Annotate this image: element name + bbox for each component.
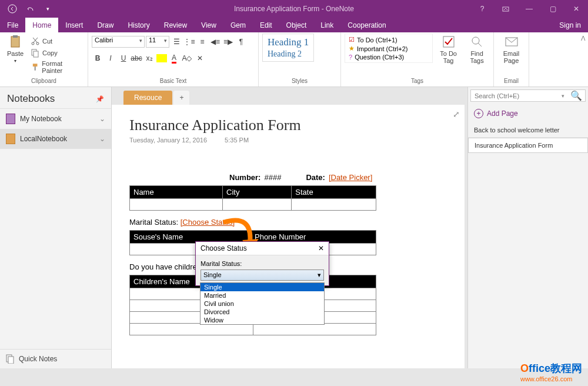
option-divorced[interactable]: Divorced (201, 308, 324, 316)
menu-draw[interactable]: Draw (90, 18, 121, 32)
collapse-ribbon-icon[interactable]: ᐱ (581, 35, 586, 42)
group-basictext-label: Basic Text (92, 76, 255, 85)
para-button[interactable]: ¶ (235, 36, 247, 48)
help-icon[interactable]: ? (470, 0, 494, 18)
styles-gallery[interactable]: Heading 1 Heading 2 (262, 34, 314, 62)
cut-button[interactable]: Cut (29, 36, 84, 46)
todo-tag-button[interactable]: To Do Tag (435, 34, 462, 65)
tag-question[interactable]: ?Question (Ctrl+3) (349, 53, 429, 61)
font-color-button[interactable]: A (168, 52, 180, 64)
menu-view[interactable]: View (194, 18, 223, 32)
notebook-icon (6, 134, 15, 144)
choose-status-dialog: Choose Status✕ Marital Status: Single▾ (195, 241, 329, 286)
quick-notes-button[interactable]: Quick Notes (0, 349, 111, 368)
svg-rect-2 (11, 36, 19, 47)
menu-review[interactable]: Review (157, 18, 194, 32)
option-civil[interactable]: Civil union (201, 300, 324, 308)
clear-format-button[interactable]: A◇ (181, 52, 193, 64)
email-page-button[interactable]: Email Page (497, 34, 525, 65)
bullets-button[interactable]: ☰ (171, 36, 182, 48)
search-icon (470, 35, 484, 49)
search-icon[interactable]: 🔍 (567, 90, 586, 101)
group-styles-label: Styles (262, 76, 337, 85)
strike-button[interactable]: abc (131, 52, 142, 64)
underline-button[interactable]: U (118, 52, 129, 64)
back-button[interactable] (5, 2, 20, 15)
notebook-item-local[interactable]: LocalNotebook⌄ (0, 129, 111, 149)
notebooks-header: Notebooks📌 (0, 87, 111, 109)
page-title[interactable]: Insurance Application Form (129, 117, 447, 134)
font-name-combo[interactable]: Calibri (92, 36, 145, 48)
notebook-sidebar: Notebooks📌 My Notebook⌄ LocalNotebook⌄ Q… (0, 87, 112, 368)
marital-status-combo[interactable]: Single▾ (201, 269, 324, 281)
svg-point-0 (8, 5, 16, 13)
highlight-button[interactable] (156, 54, 167, 62)
section-tab-resource[interactable]: Resouce (123, 91, 172, 105)
page-item-insurance[interactable]: Insurance Application Form (468, 138, 588, 153)
numbering-button[interactable]: ⋮≡ (183, 36, 195, 48)
close-button[interactable]: ✕ (564, 0, 588, 18)
chevron-down-icon[interactable]: ⌄ (99, 135, 105, 143)
font-size-combo[interactable]: 11 (146, 36, 169, 48)
copy-button[interactable]: Copy (29, 48, 84, 58)
page-canvas[interactable]: ⤢ Insurance Application Form Tuesday, Ja… (112, 105, 465, 368)
add-section-button[interactable]: + (173, 91, 189, 105)
check-icon (442, 35, 456, 49)
date-picker-link[interactable]: [Date Picker] (329, 173, 372, 182)
menu-history[interactable]: History (121, 18, 156, 32)
page-item-back[interactable]: Back to school welcome letter (468, 123, 588, 138)
envelope-icon (505, 35, 519, 49)
option-single[interactable]: Single (201, 283, 324, 291)
search-box[interactable]: ▾ 🔍 (470, 89, 586, 102)
menu-file[interactable]: File (0, 18, 25, 32)
style-heading1[interactable]: Heading 1 (268, 36, 309, 48)
marital-status-dropdown: Single Married Civil union Divorced Wido… (200, 282, 325, 325)
option-married[interactable]: Married (201, 291, 324, 300)
tag-important[interactable]: ★Important (Ctrl+2) (349, 44, 429, 53)
ribbon-options-icon[interactable] (494, 0, 517, 18)
add-page-button[interactable]: +Add Page (468, 104, 588, 123)
svg-rect-8 (33, 64, 38, 66)
italic-button[interactable]: I (105, 52, 116, 64)
format-painter-button[interactable]: Format Painter (29, 59, 84, 75)
chevron-down-icon[interactable]: ⌄ (99, 115, 105, 123)
name-city-state-table[interactable]: NameCityState (129, 185, 376, 211)
copy-icon (31, 48, 40, 58)
window-title: Insurance Application Form - OneNote (234, 5, 354, 13)
paste-button[interactable]: Paste▾ (4, 34, 27, 65)
menu-insert[interactable]: Insert (58, 18, 90, 32)
undo-button[interactable] (22, 2, 38, 15)
styles-dd-button[interactable]: ✕ (194, 52, 206, 64)
subscript-button[interactable]: x₂ (143, 52, 155, 64)
fullscreen-icon[interactable]: ⤢ (453, 109, 460, 119)
menu-object[interactable]: Object (279, 18, 314, 32)
group-email-label: Email (497, 76, 525, 85)
pin-icon[interactable]: 📌 (96, 95, 104, 103)
tag-todo[interactable]: ☑To Do (Ctrl+1) (349, 35, 429, 44)
minimize-button[interactable]: — (517, 0, 541, 18)
menu-home[interactable]: Home (25, 18, 58, 32)
dialog-title: Choose Status (201, 244, 247, 252)
menu-edit[interactable]: Edit (253, 18, 279, 32)
search-input[interactable] (471, 91, 559, 101)
sign-in[interactable]: Sign in (552, 18, 588, 32)
qat-dropdown[interactable]: ▾ (40, 2, 55, 15)
indent-button[interactable]: ≡▶ (222, 36, 234, 48)
choose-status-link[interactable]: [Choose Status] (181, 218, 235, 227)
clipboard-icon (8, 35, 22, 49)
svg-rect-7 (34, 51, 38, 57)
style-heading2[interactable]: Heading 2 (268, 49, 309, 59)
option-widow[interactable]: Widow (201, 316, 324, 324)
outdent-button[interactable]: ◀≡ (209, 36, 221, 48)
maximize-button[interactable]: ▢ (541, 0, 564, 18)
svg-point-5 (36, 42, 39, 45)
notebook-item-my[interactable]: My Notebook⌄ (0, 109, 111, 129)
find-tags-button[interactable]: Find Tags (464, 34, 490, 65)
menu-gem[interactable]: Gem (223, 18, 253, 32)
menu-link[interactable]: Link (313, 18, 340, 32)
bold-button[interactable]: B (92, 52, 103, 64)
alignment-button[interactable]: ≡ (196, 36, 208, 48)
dialog-close-icon[interactable]: ✕ (318, 244, 324, 252)
menu-cooperation[interactable]: Cooperation (340, 18, 393, 32)
brush-icon (31, 62, 39, 72)
